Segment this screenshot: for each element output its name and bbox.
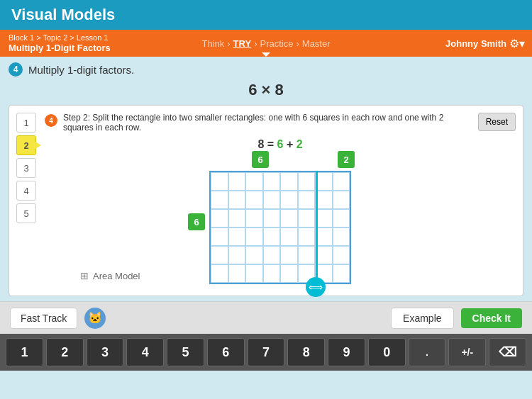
- question-header: 4 Multiply 1-digit factors.: [9, 62, 523, 77]
- area-model-label: ⊞ Area Model: [80, 270, 140, 281]
- reset-button[interactable]: Reset: [478, 113, 516, 131]
- step-2-button[interactable]: 2: [16, 135, 36, 155]
- area-model-icon: ⊞: [80, 270, 89, 281]
- step-instruction-icon: 4: [45, 114, 57, 127]
- key-4[interactable]: 4: [126, 338, 164, 366]
- step-think[interactable]: Think: [201, 38, 224, 49]
- step-sidebar: 1 2 3 4 5: [16, 113, 38, 288]
- grid-cell: [333, 191, 350, 209]
- grid-cell: [333, 227, 350, 246]
- key-1[interactable]: 1: [6, 338, 43, 366]
- top-label-2: 2: [338, 151, 355, 168]
- grid-cell: [333, 246, 350, 264]
- grid-cell: [263, 191, 281, 209]
- grid-cell: [280, 264, 298, 283]
- step-arrow-3: ›: [296, 38, 299, 49]
- app-title: Visual Models: [11, 6, 115, 24]
- nav-steps: Think › TRY › Practice › Master: [201, 38, 330, 49]
- grid-cell: [280, 172, 298, 191]
- grid-cell: [298, 172, 316, 191]
- key-3[interactable]: 3: [87, 338, 124, 366]
- grid-cell: [298, 227, 316, 246]
- multiplication-grid: [209, 171, 351, 284]
- grid-cell: [263, 264, 281, 283]
- step-5-button[interactable]: 5: [16, 203, 36, 223]
- step-arrow-2: ›: [254, 38, 257, 49]
- step-1-button[interactable]: 1: [16, 113, 36, 133]
- avatar-button[interactable]: 🐱: [83, 306, 107, 330]
- key-7[interactable]: 7: [248, 338, 285, 366]
- key-backspace[interactable]: ⌫: [489, 338, 526, 366]
- step-instruction-text: Step 2: Split the rectangle into two sma…: [63, 113, 472, 133]
- top-label-6: 6: [252, 151, 269, 168]
- key-plus-minus[interactable]: +/-: [448, 338, 486, 366]
- grid-cell: [298, 191, 316, 209]
- app-header: Visual Models: [0, 0, 532, 30]
- question-text: Multiply 1-digit factors.: [28, 64, 134, 76]
- grid-cell: [211, 227, 228, 246]
- problem-display: 6 × 8: [9, 81, 523, 99]
- area-model-text: Area Model: [93, 271, 140, 281]
- eq-6: 6: [277, 138, 284, 150]
- grid-cell: [228, 172, 246, 191]
- step-practice[interactable]: Practice: [260, 38, 293, 49]
- key-2[interactable]: 2: [46, 338, 84, 366]
- main-content: 4 Multiply 1-digit factors. 6 × 8 1 2 3 …: [0, 57, 532, 301]
- grid-cell: [228, 227, 246, 246]
- divider-line: [316, 171, 318, 284]
- key-8[interactable]: 8: [287, 338, 325, 366]
- step-instruction-row: 4 Step 2: Split the rectangle into two s…: [45, 113, 516, 133]
- grid-cell: [333, 264, 350, 283]
- avatar-icon: 🐱: [84, 308, 106, 329]
- grid-cell: [298, 246, 316, 264]
- user-name: Johnny Smith: [445, 38, 506, 49]
- grid-cell: [280, 227, 298, 246]
- bottom-toolbar: Fast Track 🐱 Example Check It: [0, 301, 532, 334]
- grid-cell: [263, 227, 281, 246]
- grid-cell: [333, 172, 350, 191]
- eq-2: 2: [297, 138, 303, 150]
- grid-cell: [228, 246, 246, 264]
- grid-cell: [263, 172, 281, 191]
- step-master[interactable]: Master: [302, 38, 331, 49]
- right-buttons: Example Check It: [391, 308, 522, 329]
- step-arrow-1: ›: [227, 38, 230, 49]
- grid-cell: [298, 209, 316, 227]
- grid-cell: [228, 264, 246, 283]
- content-box: 1 2 3 4 5 4 Step 2: Split the rectangle …: [9, 105, 523, 296]
- key-9[interactable]: 9: [328, 338, 365, 366]
- grid-cell: [245, 172, 263, 191]
- drag-handle[interactable]: ⟺: [306, 277, 326, 297]
- grid-cell: [245, 191, 263, 209]
- grid-cell: [228, 191, 246, 209]
- keypad: 1 2 3 4 5 6 7 8 9 0 . +/- ⌫: [0, 334, 532, 371]
- grid-cell: [228, 209, 246, 227]
- example-button[interactable]: Example: [391, 308, 453, 329]
- check-it-button[interactable]: Check It: [461, 308, 522, 328]
- grid-cell: [280, 209, 298, 227]
- breadcrumb: Block 1 > Topic 2 > Lesson 1: [9, 33, 108, 42]
- grid-cell: [245, 227, 263, 246]
- step-content: 4 Step 2: Split the rectangle into two s…: [45, 113, 516, 288]
- gear-icon[interactable]: ⚙▾: [509, 37, 525, 50]
- key-5[interactable]: 5: [167, 338, 204, 366]
- grid-cell: [280, 246, 298, 264]
- key-decimal[interactable]: .: [409, 338, 446, 366]
- grid-area: 6 2 6 ⟺: [45, 157, 516, 284]
- grid-cell: [245, 264, 263, 283]
- grid-cell: [280, 191, 298, 209]
- grid-wrapper: 6 2 6 ⟺: [209, 171, 351, 284]
- grid-cell: [245, 209, 263, 227]
- step-3-button[interactable]: 3: [16, 158, 36, 178]
- grid-cell: [211, 172, 228, 191]
- step-try[interactable]: TRY: [233, 38, 252, 49]
- grid-cell: [211, 246, 228, 264]
- grid-cell: [211, 209, 228, 227]
- grid-cell: [211, 191, 228, 209]
- key-6[interactable]: 6: [207, 338, 245, 366]
- step-4-button[interactable]: 4: [16, 181, 36, 201]
- left-label-6: 6: [188, 213, 205, 230]
- key-0[interactable]: 0: [368, 338, 406, 366]
- fast-track-button[interactable]: Fast Track: [10, 308, 77, 329]
- grid-cell: [263, 246, 281, 264]
